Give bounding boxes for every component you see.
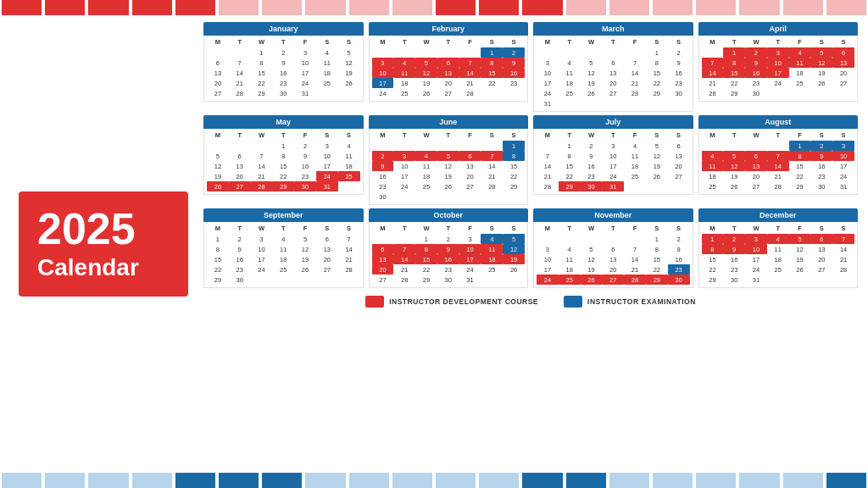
- day-cell: 19: [723, 171, 745, 181]
- day-cell: 9: [294, 151, 316, 161]
- day-cell: 27: [832, 78, 854, 88]
- day-cell: 6: [602, 244, 624, 254]
- month-grid-november: MTWTFSS123456789101112131415161718192021…: [533, 222, 693, 288]
- day-cell: 12: [415, 68, 437, 78]
- day-cell: 23: [503, 78, 525, 88]
- day-cell: 11: [316, 58, 338, 68]
- bottom-decorative-bar: [0, 473, 868, 488]
- day-cell: [372, 141, 394, 151]
- day-header: S: [646, 224, 668, 233]
- day-header: F: [459, 130, 481, 140]
- day-cell: 20: [229, 171, 251, 181]
- day-cell: 22: [207, 264, 229, 274]
- day-cell: [393, 191, 415, 202]
- bottom-bar-segment-10: [436, 473, 476, 488]
- day-cell: 31: [294, 88, 316, 98]
- day-cell: 25: [272, 264, 294, 274]
- day-cell: 7: [702, 58, 724, 68]
- day-cell: 29: [723, 88, 745, 98]
- day-cell: 24: [251, 264, 273, 274]
- day-cell: 27: [602, 274, 624, 285]
- legend-blue-label: INSTRUCTOR EXAMINATION: [587, 297, 696, 306]
- day-cell: 28: [459, 88, 481, 98]
- day-cell: 9: [229, 244, 251, 254]
- month-january: JanuaryMTWTFSS12345678910111213141516171…: [203, 22, 364, 112]
- day-cell: 25: [393, 88, 415, 98]
- day-cell: 9: [723, 244, 745, 254]
- month-header-january: January: [203, 22, 364, 36]
- day-cell: 1: [251, 47, 273, 58]
- day-cell: [338, 88, 360, 98]
- month-december: DecemberMTWTFSS1234567891011121314151617…: [698, 208, 859, 288]
- day-cell: 13: [668, 151, 690, 161]
- bottom-bar-segment-1: [45, 473, 85, 488]
- day-header: T: [437, 37, 459, 47]
- day-header: T: [229, 37, 251, 47]
- day-cell: 6: [832, 47, 854, 58]
- day-header: W: [745, 224, 767, 233]
- day-cell: [393, 47, 415, 58]
- day-cell: 6: [207, 58, 229, 68]
- day-headers: MTWTFSS: [372, 130, 526, 140]
- day-cell: 8: [207, 244, 229, 254]
- month-grid-december: MTWTFSS123456789101112131415161718192021…: [698, 222, 859, 288]
- day-cell: 24: [537, 274, 559, 285]
- day-cell: [646, 98, 668, 108]
- day-cell: 4: [767, 234, 789, 244]
- day-cell: [602, 98, 624, 108]
- day-cell: 26: [810, 78, 832, 88]
- day-cell: 18: [767, 254, 789, 264]
- days-grid: 1234567891011121314151617181920212223242…: [372, 47, 526, 98]
- day-cell: 11: [702, 161, 724, 171]
- day-header: W: [745, 37, 767, 47]
- day-cell: 2: [229, 234, 251, 244]
- day-cell: 8: [481, 58, 503, 68]
- day-cell: 11: [338, 151, 360, 161]
- day-cell: [207, 47, 229, 58]
- day-cell: 22: [702, 264, 724, 274]
- day-cell: 16: [810, 161, 832, 171]
- day-cell: 14: [624, 68, 646, 78]
- day-cell: 5: [294, 234, 316, 244]
- day-cell: 20: [810, 254, 832, 264]
- day-cell: 1: [789, 141, 811, 151]
- day-cell: 3: [251, 234, 273, 244]
- day-cell: 12: [789, 244, 811, 254]
- day-cell: 30: [810, 181, 832, 191]
- day-cell: 31: [537, 98, 559, 108]
- day-cell: [229, 141, 251, 151]
- day-cell: 19: [789, 254, 811, 264]
- left-panel: 2025 Calendar: [10, 22, 197, 466]
- day-cell: 3: [294, 47, 316, 58]
- day-cell: 29: [789, 181, 811, 191]
- day-header: T: [229, 224, 251, 233]
- day-cell: 26: [207, 181, 229, 191]
- day-cell: 29: [646, 88, 668, 98]
- day-headers: MTWTFSS: [537, 37, 690, 47]
- day-cell: 7: [393, 244, 415, 254]
- day-cell: 15: [415, 254, 437, 264]
- day-cell: 9: [810, 151, 832, 161]
- day-header: W: [251, 130, 273, 140]
- day-cell: 4: [272, 234, 294, 244]
- day-headers: MTWTFSS: [537, 224, 690, 233]
- day-cell: 7: [767, 151, 789, 161]
- day-cell: 26: [581, 274, 603, 285]
- day-cell: 26: [294, 264, 316, 274]
- day-cell: 22: [481, 78, 503, 88]
- day-cell: [437, 47, 459, 58]
- day-cell: 14: [537, 161, 559, 171]
- day-cell: 22: [503, 171, 525, 181]
- day-cell: 23: [581, 171, 603, 181]
- bottom-bar-segment-12: [522, 473, 562, 488]
- day-cell: [481, 191, 503, 202]
- day-cell: 23: [372, 181, 394, 191]
- top-bar-segment-8: [349, 0, 389, 15]
- day-cell: 28: [393, 274, 415, 285]
- day-cell: 28: [624, 88, 646, 98]
- day-cell: 5: [810, 47, 832, 58]
- day-header: W: [251, 224, 273, 233]
- day-cell: 11: [559, 68, 581, 78]
- day-cell: [251, 274, 273, 285]
- day-cell: [294, 274, 316, 285]
